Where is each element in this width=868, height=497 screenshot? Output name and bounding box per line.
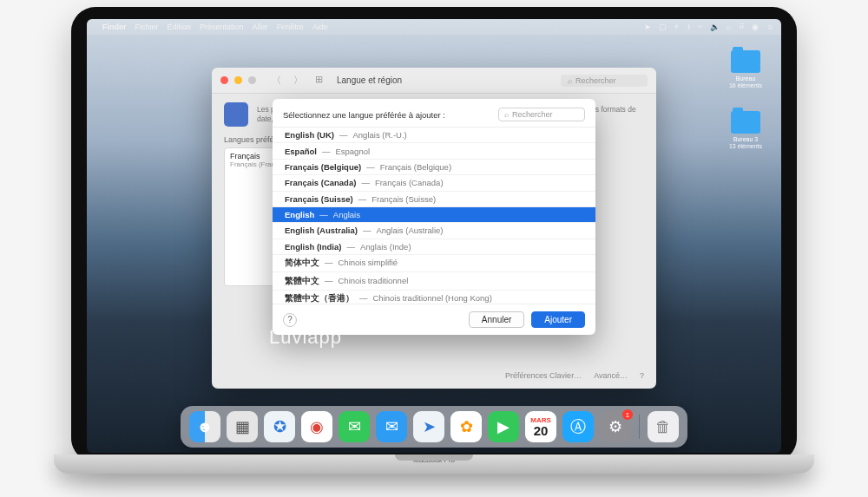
language-row[interactable]: 繁體中文—Chinois traditionnel <box>273 272 595 290</box>
laptop-notch <box>395 454 473 461</box>
language-name: Français (Suisse) <box>285 194 353 204</box>
dash: — <box>319 210 328 219</box>
location-icon[interactable]: ➤ <box>644 23 651 31</box>
minimize-button[interactable] <box>234 76 242 84</box>
sheet-search[interactable]: ⌕ Rechercher <box>498 108 585 121</box>
close-button[interactable] <box>220 76 228 84</box>
trash-icon: 🗑 <box>655 418 671 436</box>
dash: — <box>358 194 367 204</box>
language-row[interactable]: Français (Belgique)—Français (Belgique) <box>273 160 595 175</box>
language-sub: Français (Canada) <box>375 178 444 187</box>
cancel-button[interactable]: Annuler <box>469 311 524 328</box>
language-sub: Français (Suisse) <box>372 194 436 204</box>
sheet-prompt: Sélectionnez une langue préférée à ajout… <box>283 110 445 120</box>
language-row[interactable]: English (India)—Anglais (Inde) <box>273 239 595 255</box>
dock-messages[interactable]: ✉ <box>339 411 370 442</box>
laptop-base: MacBook Pro <box>54 454 814 474</box>
language-list[interactable]: English (UK)—Anglais (R.-U.)Español—Espa… <box>273 127 595 304</box>
dock-launchpad[interactable]: ▦ <box>227 411 258 442</box>
language-row[interactable]: English (Australia)—Anglais (Australie) <box>273 223 595 239</box>
menubar: Finder Fichier Édition Présentation Alle… <box>87 19 781 35</box>
help-button[interactable]: ? <box>640 371 644 380</box>
photos-icon: ✿ <box>460 417 473 436</box>
dock-finder[interactable]: ☻ <box>189 411 220 442</box>
control-center-icon[interactable]: ⠿ <box>739 23 745 31</box>
mail-icon: ✉ <box>385 417 398 436</box>
add-button[interactable]: Ajouter <box>531 311 585 328</box>
dash: — <box>361 178 370 187</box>
folder-subtitle: 13 éléments <box>722 143 769 150</box>
language-sub: Chinois simplifié <box>339 258 398 269</box>
dock-appstore[interactable]: Ⓐ <box>562 411 594 442</box>
search-icon: ⌕ <box>504 110 509 119</box>
menu-aide[interactable]: Aide <box>312 23 328 31</box>
spotlight-icon[interactable]: ⌕ <box>727 23 731 31</box>
window-titlebar[interactable]: 〈 〉 ⊞ Langue et région ⌕ Rechercher <box>212 68 656 94</box>
language-name: Español <box>285 147 317 156</box>
forward-button[interactable]: 〉 <box>289 72 307 88</box>
desktop-folder-bureau[interactable]: Bureau 16 éléments <box>722 50 769 89</box>
prefs-badge: 1 <box>622 409 633 420</box>
language-row[interactable]: Français (Suisse)—Français (Suisse) <box>273 192 595 207</box>
finder-icon: ☻ <box>197 418 214 436</box>
calendar-day: 20 <box>534 424 549 437</box>
language-row[interactable]: Español—Espagnol <box>273 143 595 159</box>
dock-mail[interactable]: ✉ <box>376 411 407 442</box>
menu-aller[interactable]: Aller <box>253 23 268 31</box>
dash: — <box>325 276 333 287</box>
language-sub: Chinois traditionnel (Hong Kong) <box>373 293 492 304</box>
language-row[interactable]: English—Anglais <box>273 207 595 223</box>
language-region-icon <box>224 102 248 127</box>
language-sub: Chinois traditionnel <box>339 276 409 287</box>
language-row[interactable]: English (UK)—Anglais (R.-U.) <box>273 128 595 143</box>
bluetooth-icon[interactable]: ᚼ <box>687 23 691 31</box>
wifi-icon[interactable]: ⌔ <box>698 23 702 31</box>
zoom-button[interactable] <box>248 76 256 84</box>
dock-facetime[interactable]: ▶ <box>488 411 519 442</box>
language-row[interactable]: 繁體中文（香港）—Chinois traditionnel (Hong Kong… <box>273 291 595 304</box>
grid-view-icon[interactable]: ⊞ <box>311 72 327 88</box>
safari-icon: ✪ <box>273 417 286 436</box>
folder-icon <box>731 111 760 134</box>
menu-presentation[interactable]: Présentation <box>200 23 244 31</box>
advanced-button[interactable]: Avancé… <box>594 371 628 380</box>
menu-edition[interactable]: Édition <box>168 23 192 31</box>
keyboard-prefs-button[interactable]: Préférences Clavier… <box>505 371 582 380</box>
dock-chrome[interactable]: ◉ <box>301 411 332 442</box>
add-language-sheet: Sélectionnez une langue préférée à ajout… <box>273 99 595 335</box>
language-row[interactable]: Français (Canada)—Français (Canada) <box>273 175 595 191</box>
siri-icon[interactable]: ◉ <box>752 23 759 31</box>
dock-calendar[interactable]: MARS 20 <box>525 411 556 442</box>
volume-icon[interactable]: 🔈 <box>710 23 720 31</box>
language-row[interactable]: 简体中文—Chinois simplifié <box>273 255 595 272</box>
user-icon[interactable]: ☺ <box>766 23 774 31</box>
desktop-folder-bureau3[interactable]: Bureau 3 13 éléments <box>722 111 769 150</box>
folder-label: Bureau <box>722 75 769 82</box>
screen: Finder Fichier Édition Présentation Alle… <box>87 19 781 453</box>
sheet-help-button[interactable]: ? <box>283 313 297 327</box>
watermark: Luviapp <box>269 326 342 349</box>
language-name: 繁體中文（香港） <box>285 293 354 304</box>
language-sub: Espagnol <box>335 147 370 156</box>
menu-fichier[interactable]: Fichier <box>135 23 159 31</box>
back-button[interactable]: 〈 <box>267 72 286 88</box>
dash: — <box>363 226 372 235</box>
language-name: 简体中文 <box>285 258 319 269</box>
menubar-app-name[interactable]: Finder <box>102 23 127 31</box>
window-title: Langue et région <box>337 75 402 85</box>
dock: ☻ ▦ ✪ ◉ ✉ ✉ ➤ ✿ ▶ MARS 20 Ⓐ ⚙ 1 🗑 <box>181 406 687 448</box>
battery-icon[interactable]: ⚡︎ <box>674 23 679 31</box>
facetime-icon: ▶ <box>497 417 510 436</box>
dock-safari[interactable]: ✪ <box>264 411 295 442</box>
dock-photos[interactable]: ✿ <box>450 411 482 442</box>
messages-icon: ✉ <box>348 417 361 436</box>
dock-trash[interactable]: 🗑 <box>648 411 679 442</box>
maps-icon: ➤ <box>423 417 436 436</box>
dock-preferences[interactable]: ⚙ 1 <box>600 411 631 442</box>
window-search[interactable]: ⌕ Rechercher <box>561 75 648 87</box>
airplay-icon[interactable]: ▢ <box>659 23 667 31</box>
dash: — <box>359 293 368 304</box>
language-name: 繁體中文 <box>285 276 319 287</box>
dock-maps[interactable]: ➤ <box>413 411 444 442</box>
menu-fenetre[interactable]: Fenêtre <box>277 23 304 31</box>
